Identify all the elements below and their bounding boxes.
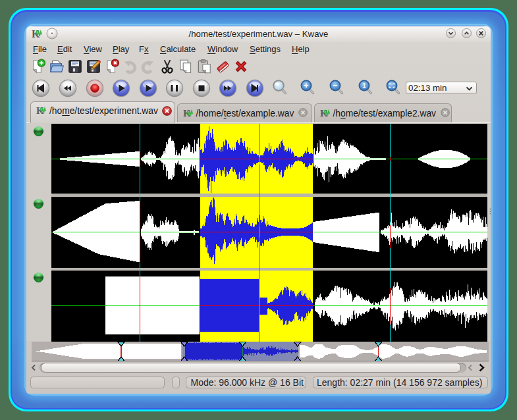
svg-text:1: 1 (362, 82, 366, 89)
